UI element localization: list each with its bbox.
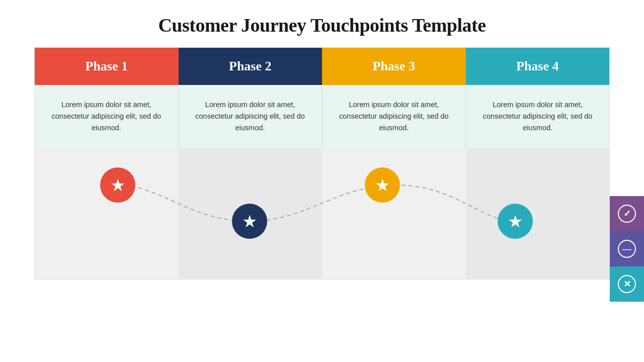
phase3-header: Phase 3: [322, 48, 466, 85]
content-cell-3: Lorem ipsum dolor sit amet, consectetur …: [323, 85, 466, 148]
content-cell-4: Lorem ipsum dolor sit amet, consectetur …: [466, 85, 609, 148]
bottom-cell-3: [322, 249, 466, 279]
journey-row: ★ ★ ★ ★: [35, 148, 609, 249]
star-icon-1: ★: [100, 167, 135, 203]
minus-button[interactable]: —: [610, 231, 644, 266]
bottom-cell-4: [466, 249, 610, 279]
close-icon: ✕: [618, 275, 636, 293]
phase4-header: Phase 4: [466, 48, 610, 85]
check-icon: ✓: [618, 205, 636, 223]
close-button[interactable]: ✕: [610, 266, 644, 302]
content-cell-2: Lorem ipsum dolor sit amet, consectetur …: [179, 85, 323, 148]
bottom-cell-1: [35, 249, 179, 279]
phase2-header: Phase 2: [179, 48, 323, 85]
star-icon-3: ★: [365, 167, 400, 203]
star-icon-4: ★: [498, 204, 533, 239]
right-panel: ✓ — ✕: [610, 196, 644, 302]
content-row: Lorem ipsum dolor sit amet, consectetur …: [35, 85, 609, 148]
journey-table: Phase 1 Phase 2 Phase 3 Phase 4 Lorem ip…: [34, 47, 610, 280]
minus-icon: —: [618, 240, 636, 258]
bottom-cell-2: [179, 249, 323, 279]
star-icon-2: ★: [232, 204, 267, 239]
bottom-row: [35, 249, 609, 279]
journey-cell-4: [466, 148, 610, 249]
check-button[interactable]: ✓: [610, 196, 644, 231]
phase1-header: Phase 1: [35, 48, 179, 85]
content-cell-1: Lorem ipsum dolor sit amet, consectetur …: [35, 85, 179, 148]
page-title: Customer Journey Touchpoints Template: [0, 0, 644, 47]
phases-header-row: Phase 1 Phase 2 Phase 3 Phase 4: [35, 48, 609, 85]
